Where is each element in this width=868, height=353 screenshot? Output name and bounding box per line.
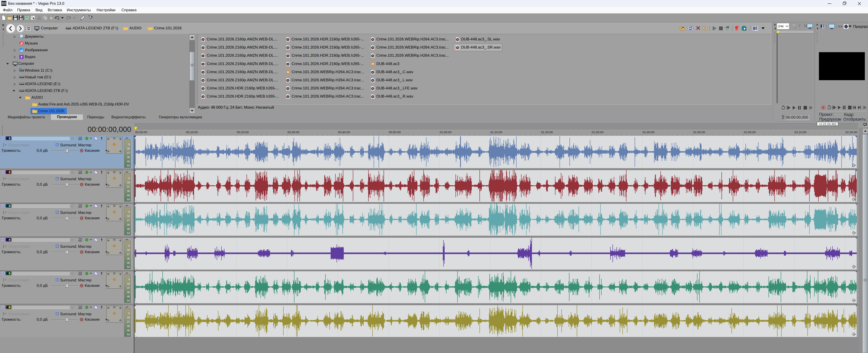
svg-text:?: ? — [90, 15, 93, 19]
svg-text:A: A — [793, 24, 794, 27]
svg-text:?: ? — [20, 17, 22, 20]
